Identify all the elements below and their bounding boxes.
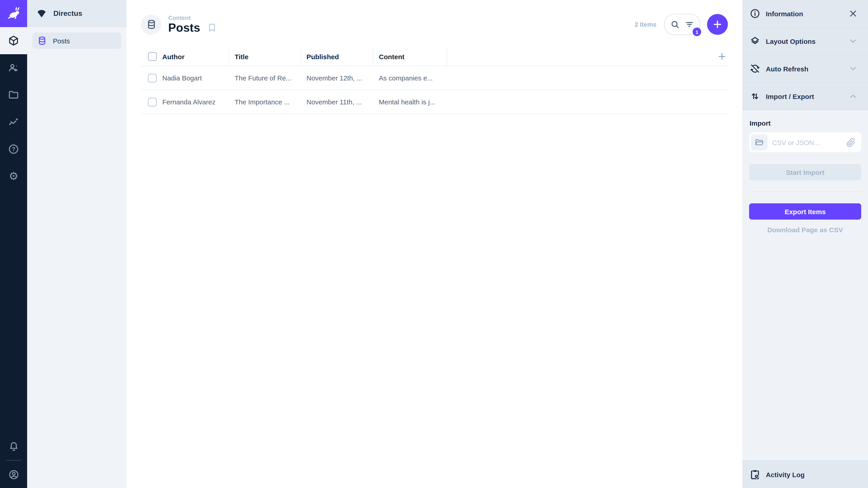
nav-items: Posts — [27, 27, 127, 54]
sidebar-section-label: Layout Options — [766, 37, 843, 45]
items-table: Author Title Published Content Nadia Bog… — [141, 47, 728, 114]
main-content: Content Posts 2 Items — [127, 0, 742, 488]
swap-vert-icon — [749, 91, 761, 102]
svg-text:?: ? — [12, 146, 15, 152]
sidebar-section-auto-refresh[interactable]: Auto Refresh — [742, 55, 868, 83]
account-button[interactable] — [0, 461, 27, 488]
sidebar-section-label: Import / Export — [766, 92, 843, 100]
sidebar-section-information[interactable]: Information — [742, 0, 868, 28]
activity-log-button[interactable]: Activity Log — [742, 460, 868, 488]
row-select-cell — [141, 66, 157, 90]
database-icon — [37, 36, 47, 46]
file-input-placeholder: CSV or JSON... — [772, 138, 842, 146]
module-files[interactable] — [0, 81, 27, 108]
content-module-box-icon — [8, 35, 20, 46]
import-heading: Import — [749, 119, 861, 127]
breadcrumb: Content — [168, 14, 217, 21]
cell-author: Nadia Bogart — [157, 74, 229, 82]
layers-icon — [749, 36, 761, 46]
select-all-cell — [141, 47, 157, 66]
project-header[interactable]: Directus — [27, 0, 127, 27]
signal-fan-icon — [36, 8, 47, 19]
nav-sidebar: Directus Posts — [27, 0, 127, 488]
filter-count-badge: 1 — [692, 28, 701, 36]
sidebar-section-label: Auto Refresh — [766, 65, 843, 72]
cell-published: November 12th, ... — [301, 74, 373, 82]
nav-item-label: Posts — [53, 37, 70, 44]
column-header-published[interactable]: Published — [301, 47, 373, 66]
database-icon — [146, 19, 157, 30]
close-icon[interactable] — [848, 8, 858, 19]
module-settings[interactable]: ⚙ — [0, 163, 27, 190]
add-item-button[interactable] — [707, 14, 728, 35]
export-items-button[interactable]: Export Items — [749, 203, 861, 220]
download-csv-link[interactable]: Download Page as CSV — [749, 226, 861, 234]
row-checkbox[interactable] — [148, 73, 157, 83]
sidebar-section-label: Information — [766, 10, 843, 18]
project-name: Directus — [53, 9, 82, 18]
directus-logo[interactable] — [0, 0, 27, 27]
notifications-bell-icon — [8, 441, 19, 452]
module-users[interactable] — [0, 54, 27, 81]
page-title: Posts — [168, 21, 200, 35]
collection-chip — [141, 14, 161, 35]
panel-divider — [749, 192, 861, 192]
chevron-down-icon — [848, 64, 858, 74]
module-bar-spacer — [0, 190, 27, 433]
cell-title: The Importance ... — [229, 98, 301, 106]
items-count: 2 Items — [635, 21, 657, 28]
select-all-checkbox[interactable] — [148, 52, 157, 61]
start-import-button[interactable]: Start Import — [749, 164, 861, 180]
sidebar-section-layout-options[interactable]: Layout Options — [742, 28, 868, 55]
cell-title: The Future of Re... — [229, 74, 301, 82]
bookmark-button[interactable] — [207, 22, 217, 33]
info-sidebar: Information Layout Options Au — [742, 0, 868, 488]
rabbit-logo-icon — [5, 5, 22, 22]
clipboard-clock-icon — [749, 469, 761, 480]
nav-item-posts[interactable]: Posts — [33, 33, 121, 49]
column-header-title[interactable]: Title — [229, 47, 301, 66]
activity-log-label: Activity Log — [766, 470, 858, 478]
cell-author: Fernanda Alvarez — [157, 98, 229, 106]
module-insights[interactable] — [0, 108, 27, 135]
plus-icon — [712, 19, 723, 30]
search-filter-pill[interactable]: 1 — [664, 13, 700, 35]
add-column-icon[interactable] — [717, 52, 727, 61]
import-export-panel: Import CSV or JSON... Start Import Expor… — [742, 110, 868, 234]
title-area: Content Posts — [141, 14, 217, 35]
column-header-author[interactable]: Author — [157, 47, 229, 66]
module-bar: ? ⚙ — [0, 0, 27, 488]
header-actions: 2 Items 1 — [635, 13, 728, 35]
cell-published: November 11th, ... — [301, 98, 373, 106]
page-header: Content Posts 2 Items — [127, 0, 742, 35]
filter-icon[interactable] — [684, 20, 694, 29]
table-row[interactable]: Fernanda Alvarez The Importance ... Nove… — [141, 90, 728, 114]
bookmark-icon — [207, 22, 217, 33]
files-module-folder-icon — [8, 89, 20, 101]
cell-content: Mental health is j... — [373, 98, 447, 106]
module-content[interactable] — [0, 27, 27, 54]
row-checkbox[interactable] — [148, 97, 157, 106]
notifications-button[interactable] — [0, 433, 27, 460]
sidebar-section-import-export[interactable]: Import / Export — [742, 83, 868, 110]
row-select-cell — [141, 90, 157, 113]
module-docs[interactable]: ? — [0, 135, 27, 163]
sync-disabled-icon — [749, 63, 761, 74]
file-chip — [751, 134, 768, 151]
column-header-content[interactable]: Content — [373, 47, 447, 66]
paperclip-icon[interactable] — [846, 138, 856, 147]
insights-module-icon — [8, 116, 20, 128]
title-column: Content Posts — [168, 14, 217, 35]
import-file-input[interactable]: CSV or JSON... — [749, 132, 861, 152]
account-circle-icon — [8, 469, 19, 480]
folder-open-icon — [754, 137, 764, 147]
directus-app: ? ⚙ Directus — [0, 0, 868, 488]
sidebar-spacer — [742, 234, 868, 460]
search-icon[interactable] — [670, 20, 680, 29]
settings-module-gear-icon: ⚙ — [8, 171, 18, 182]
cell-content: As companies e... — [373, 74, 447, 82]
table-row[interactable]: Nadia Bogart The Future of Re... Novembe… — [141, 66, 728, 90]
chevron-up-icon — [848, 91, 858, 101]
chevron-down-icon — [848, 36, 858, 46]
info-icon — [749, 8, 761, 19]
